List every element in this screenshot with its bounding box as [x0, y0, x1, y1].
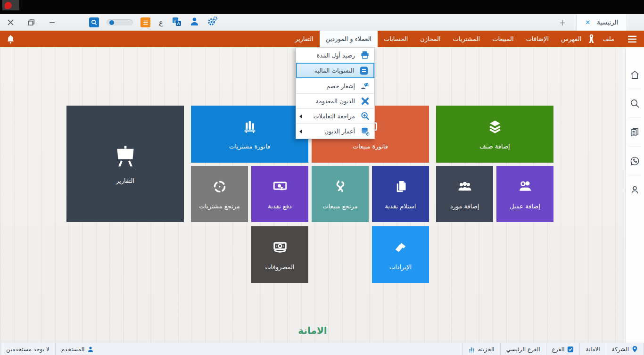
menu-index[interactable]: الفهرس: [555, 31, 587, 47]
restore-window-icon[interactable]: [27, 19, 35, 26]
menu-item-label: أعمار الديون: [324, 128, 355, 135]
tile-label: دفع نقدية: [268, 203, 292, 210]
tile-expenses[interactable]: المصروفات: [251, 226, 308, 283]
menu-item-label: التسويات المالية: [314, 67, 354, 74]
menu-addons[interactable]: الإضافات: [520, 31, 555, 47]
branch-checkbox-icon: [567, 346, 574, 353]
printer-icon: [359, 50, 371, 60]
tile-label: التقارير: [116, 177, 134, 184]
statusbar-branch-label: الفرع: [552, 346, 565, 353]
tile-purchase-returns[interactable]: مرتجع مشتريات: [191, 166, 248, 222]
person-icon[interactable]: [626, 175, 644, 204]
list-icon[interactable]: [140, 17, 150, 27]
tab-close-icon[interactable]: ✕: [585, 19, 590, 26]
user-icon[interactable]: [190, 17, 199, 28]
right-sidebar: [625, 47, 644, 343]
translate-icon[interactable]: عA: [172, 17, 182, 29]
tab-strip: + الرئيسية ✕: [549, 14, 644, 31]
menu-item-financial-settlements[interactable]: التسويات المالية: [296, 63, 374, 78]
minimize-window-icon[interactable]: [48, 19, 56, 26]
tile-cash-payment[interactable]: دفع نقدية: [251, 166, 308, 222]
tile-cash-receipt[interactable]: استلام نقدية: [372, 166, 429, 222]
people-group-icon: [456, 178, 473, 197]
statusbar-company[interactable]: الشركة: [606, 343, 644, 355]
customers-suppliers-dropdown: رصيد أول المدة التسويات المالية إشعار خص…: [296, 47, 375, 139]
tab-home[interactable]: الرئيسية ✕: [576, 14, 627, 31]
menu-purchases[interactable]: المشتريات: [447, 31, 487, 47]
statusbar-user[interactable]: المستخدم: [55, 343, 100, 355]
window-controls: [0, 19, 63, 26]
menu-warehouses[interactable]: المخازن: [414, 31, 446, 47]
tile-label: الإيرادات: [389, 264, 412, 271]
settings-gear-icon[interactable]: [207, 16, 218, 29]
toolbar: ع عA + الرئيسية ✕: [0, 14, 644, 31]
refresh-icon: [211, 178, 228, 197]
discount-notice-icon: [359, 81, 371, 91]
location-pin-icon: [632, 346, 638, 353]
search-icon[interactable]: [626, 89, 644, 117]
menu-item-debt-aging[interactable]: أعمار الديون: [296, 124, 374, 139]
tile-add-item[interactable]: إضافة صنف: [436, 106, 553, 163]
statusbar-user-label: المستخدم: [61, 346, 85, 353]
menu-item-discount-notice[interactable]: إشعار خصم: [296, 78, 374, 93]
menu-reports[interactable]: التقارير: [289, 31, 320, 47]
menu-item-review-transactions[interactable]: مراجعة التعاملات: [296, 108, 374, 124]
statusbar-company-group: الشركة الامانة الفرع الفرع الرئيسي الخزي…: [462, 343, 644, 355]
tile-add-customer[interactable]: إضافة عميل: [496, 166, 553, 222]
statusbar-branch[interactable]: الفرع: [546, 343, 580, 355]
statusbar-company-name: الامانة: [579, 343, 605, 355]
toggle-switch[interactable]: [107, 19, 133, 25]
tile-reports[interactable]: التقارير: [66, 106, 184, 222]
tile-label: إضافة مورد: [450, 203, 479, 210]
company-brand-text: الامانة: [0, 325, 625, 336]
tile-purchase-invoice[interactable]: فاتورة مشتريات: [191, 106, 308, 163]
bad-debts-x-icon: [359, 96, 371, 107]
treasury-bars-icon: [468, 346, 475, 353]
tile-label: فاتورة مشتريات: [229, 143, 270, 150]
documents-icon: [392, 178, 409, 197]
menubar: ملف الفهرس الإضافات المبيعات المشتريات ا…: [0, 31, 644, 47]
whatsapp-icon[interactable]: [626, 147, 644, 175]
squiggle-icon: [332, 178, 349, 197]
notifications-bell-icon[interactable]: [6, 34, 16, 46]
tile-label: استلام نقدية: [385, 203, 416, 210]
books-icon: [241, 118, 258, 137]
tile-label: فاتورة مبيعات: [353, 143, 388, 150]
statusbar-main-branch: الفرع الرئيسي: [500, 343, 546, 355]
menu-sales[interactable]: المبيعات: [486, 31, 520, 47]
tile-sales-returns[interactable]: مرتجع مبيعات: [312, 166, 369, 222]
new-tab-button[interactable]: +: [549, 18, 576, 27]
quick-toolbar: ع عA: [89, 16, 218, 29]
menu-accounts[interactable]: الحسابات: [378, 31, 414, 47]
statusbar-user-group: المستخدم لا يوجد مستخدمين: [0, 343, 99, 355]
menu-item-label: مراجعة التعاملات: [314, 113, 355, 120]
layers-icon: [487, 118, 504, 137]
menu-item-label: الديون المعدومة: [316, 98, 355, 105]
menu-item-opening-balance[interactable]: رصيد أول المدة: [296, 48, 374, 63]
close-window-icon[interactable]: [7, 19, 14, 26]
tile-label: مرتجع مشتريات: [199, 203, 240, 210]
two-people-icon: [517, 178, 534, 197]
tab-title: الرئيسية: [597, 19, 618, 26]
statusbar-company-label: الشركة: [612, 346, 629, 353]
financial-settlements-icon: [358, 66, 370, 76]
statusbar-no-users: لا يوجد مستخدمين: [0, 343, 55, 355]
menu-file[interactable]: ملف: [596, 31, 620, 47]
statusbar: المستخدم لا يوجد مستخدمين الشركة الامانة…: [0, 343, 644, 355]
search-icon[interactable]: [89, 17, 99, 27]
tile-label: إضافة عميل: [510, 203, 540, 210]
user-icon: [87, 346, 94, 353]
tile-label: إضافة صنف: [479, 143, 510, 150]
menu-item-bad-debts[interactable]: الديون المعدومة: [296, 93, 374, 108]
menu-customers-suppliers[interactable]: العملاء و الموردين: [320, 31, 378, 47]
titlebar: [0, 0, 644, 14]
statusbar-treasury[interactable]: الخزينه: [462, 343, 500, 355]
language-letter[interactable]: ع: [158, 18, 164, 27]
tile-add-supplier[interactable]: إضافة مورد: [436, 166, 493, 222]
tile-label: المصروفات: [265, 264, 294, 271]
copy-documents-icon[interactable]: [626, 118, 644, 146]
hamburger-menu-icon[interactable]: [620, 31, 644, 47]
home-icon[interactable]: [626, 60, 644, 89]
tile-revenues[interactable]: الإيرادات: [372, 226, 429, 283]
review-transactions-zoom-icon: [359, 111, 371, 122]
